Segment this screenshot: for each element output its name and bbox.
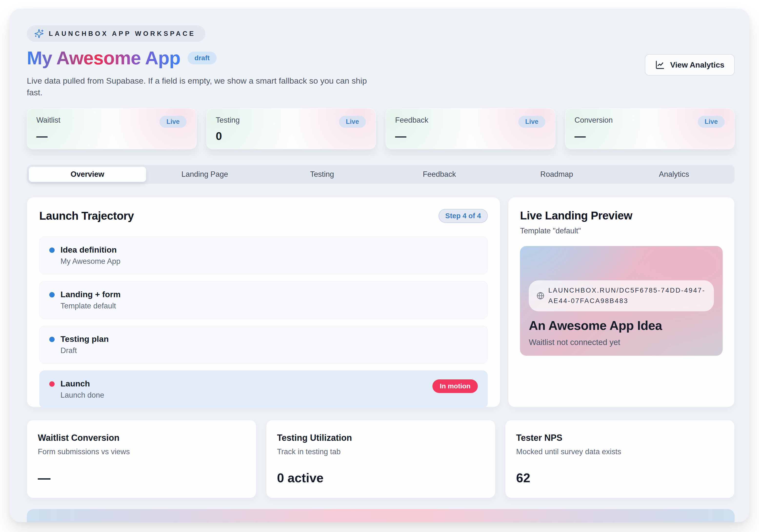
step-dot-icon <box>49 381 55 387</box>
metric-card-waitlist-conversion: Waitlist Conversion Form submissions vs … <box>27 420 256 498</box>
live-badge: Live <box>339 116 366 128</box>
preview-subtitle: Template "default" <box>520 226 723 235</box>
landing-url: LAUNCHBOX.RUN/DC5F6785-74DD-4947-AE44-07… <box>548 285 706 306</box>
step-title: Idea definition <box>60 245 478 254</box>
trajectory-title: Launch Trajectory <box>39 209 134 222</box>
live-badge: Live <box>160 116 186 128</box>
step-dot-icon <box>49 292 55 297</box>
stat-card-conversion: Conversion Live — <box>565 108 735 149</box>
stat-label: Waitlist <box>36 116 60 125</box>
status-badge: draft <box>187 52 216 64</box>
step-landing-form: Landing + form Template default <box>39 281 488 319</box>
metrics-row: Waitlist Conversion Form submissions vs … <box>27 420 735 498</box>
stat-label: Conversion <box>575 116 613 125</box>
stats-row: Waitlist Live — Testing Live 0 Feedback … <box>27 108 735 149</box>
stat-value: — <box>395 131 545 142</box>
workspace-badge-label: LAUNCHBOX APP WORKSPACE <box>49 30 196 38</box>
step-title: Launch <box>60 379 432 388</box>
header-left: My Awesome App draft Live data pulled fr… <box>27 47 368 98</box>
metric-card-tester-nps: Tester NPS Mocked until survey data exis… <box>505 420 735 498</box>
step-subtitle: My Awesome App <box>60 257 478 266</box>
page-header: My Awesome App draft Live data pulled fr… <box>27 47 735 98</box>
step-dot-icon <box>49 247 55 253</box>
metric-value: — <box>38 472 245 484</box>
stat-value: — <box>575 131 725 142</box>
cta-banner <box>27 509 735 522</box>
stat-card-feedback: Feedback Live — <box>385 108 555 149</box>
main-content: Launch Trajectory Step 4 of 4 Idea defin… <box>27 197 735 407</box>
page-title: My Awesome App <box>27 47 180 68</box>
landing-url-pill[interactable]: LAUNCHBOX.RUN/DC5F6785-74DD-4947-AE44-07… <box>529 281 714 311</box>
launch-trajectory-card: Launch Trajectory Step 4 of 4 Idea defin… <box>27 197 500 407</box>
tab-overview[interactable]: Overview <box>29 167 146 182</box>
metric-value: 62 <box>516 472 724 484</box>
metric-title: Testing Utilization <box>277 433 485 443</box>
step-subtitle: Launch done <box>60 391 432 399</box>
stat-label: Feedback <box>395 116 428 125</box>
stat-label: Testing <box>216 116 240 125</box>
metric-value: 0 active <box>277 472 485 484</box>
step-subtitle: Template default <box>60 302 478 310</box>
tab-analytics[interactable]: Analytics <box>615 167 733 182</box>
live-badge: Live <box>698 116 725 128</box>
view-analytics-label: View Analytics <box>670 60 724 69</box>
view-analytics-button[interactable]: View Analytics <box>645 54 735 76</box>
metric-subtitle: Form submissions vs views <box>38 447 245 456</box>
landing-preview-panel: LAUNCHBOX.RUN/DC5F6785-74DD-4947-AE44-07… <box>520 246 723 356</box>
metric-card-testing-utilization: Testing Utilization Track in testing tab… <box>266 420 496 498</box>
stat-value: 0 <box>216 131 366 142</box>
stat-card-waitlist: Waitlist Live — <box>27 108 197 149</box>
step-dot-icon <box>49 337 55 342</box>
live-badge: Live <box>518 116 545 128</box>
step-idea-definition: Idea definition My Awesome App <box>39 237 488 274</box>
in-motion-badge: In motion <box>432 379 478 393</box>
step-subtitle: Draft <box>60 346 478 355</box>
metric-subtitle: Mocked until survey data exists <box>516 447 724 456</box>
step-progress-badge: Step 4 of 4 <box>439 209 488 223</box>
landing-headline: An Awesome App Idea <box>529 318 714 333</box>
step-title: Landing + form <box>60 290 478 299</box>
app-window: LAUNCHBOX APP WORKSPACE My Awesome App d… <box>10 9 749 522</box>
stat-value: — <box>36 131 186 142</box>
page-subtitle: Live data pulled from Supabase. If a fie… <box>27 75 368 98</box>
line-chart-icon <box>655 60 665 70</box>
metric-title: Tester NPS <box>516 433 724 443</box>
tab-landing-page[interactable]: Landing Page <box>146 167 263 182</box>
tab-feedback[interactable]: Feedback <box>381 167 498 182</box>
tab-testing[interactable]: Testing <box>263 167 381 182</box>
metric-title: Waitlist Conversion <box>38 433 245 443</box>
tab-roadmap[interactable]: Roadmap <box>498 167 615 182</box>
trajectory-steps: Idea definition My Awesome App Landing +… <box>39 237 488 408</box>
preview-title: Live Landing Preview <box>520 209 723 222</box>
metric-subtitle: Track in testing tab <box>277 447 485 456</box>
step-launch: Launch Launch done In motion <box>39 370 488 408</box>
workspace-badge: LAUNCHBOX APP WORKSPACE <box>27 25 205 42</box>
step-title: Testing plan <box>60 334 478 344</box>
landing-note: Waitlist not connected yet <box>529 338 714 347</box>
globe-icon <box>537 292 544 300</box>
sparkles-icon <box>34 29 44 39</box>
live-landing-preview-card: Live Landing Preview Template "default" … <box>508 197 735 407</box>
step-testing-plan: Testing plan Draft <box>39 326 488 363</box>
stat-card-testing: Testing Live 0 <box>206 108 376 149</box>
tab-bar: Overview Landing Page Testing Feedback R… <box>27 165 735 184</box>
